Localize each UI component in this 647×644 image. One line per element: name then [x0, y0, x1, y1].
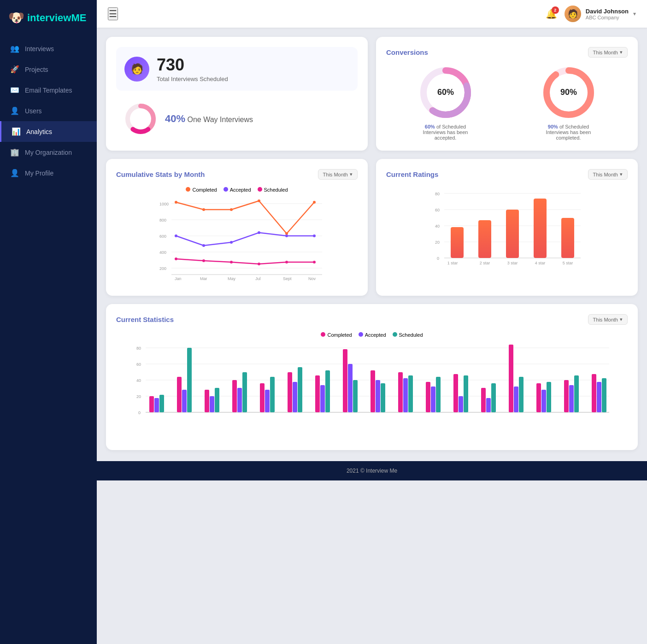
header-right: 🔔 2 🧑 David Johnson ABC Company ▾ [546, 6, 636, 22]
svg-point-29 [230, 208, 233, 211]
ratings-header: Current Ratings This Month ▾ [386, 169, 628, 180]
svg-rect-100 [376, 380, 380, 412]
svg-text:800: 800 [159, 218, 166, 222]
sidebar-item-label: My Profile [25, 170, 53, 177]
svg-text:80: 80 [136, 346, 141, 351]
svg-text:2 star: 2 star [480, 261, 490, 265]
sidebar-item-analytics[interactable]: 📊 Analytics [0, 121, 97, 142]
sidebar-item-my-profile[interactable]: 👤 My Profile [0, 163, 97, 183]
users-icon: 👤 [10, 106, 19, 115]
conversions-card: Conversions This Month ▾ 60% [376, 37, 638, 151]
svg-rect-121 [569, 385, 574, 412]
svg-text:Jul: Jul [255, 276, 261, 281]
svg-rect-82 [210, 396, 214, 412]
svg-point-44 [313, 261, 316, 263]
logo: 🐶 interviewME [0, 0, 97, 34]
svg-rect-59 [561, 218, 574, 258]
avatar: 🧑 [565, 6, 581, 22]
notification-badge: 2 [552, 6, 559, 14]
svg-rect-109 [459, 396, 463, 412]
current-stats-legend: Completed Accepted Scheduled [116, 332, 628, 338]
ratings-bar-chart: 80 60 40 20 0 [386, 187, 628, 279]
sidebar-item-projects[interactable]: 🚀 Projects [0, 59, 97, 80]
interviews-icon: 🧑 [124, 57, 149, 82]
nav-menu: 👥 Interviews 🚀 Projects ✉️ Email Templat… [0, 34, 97, 644]
stats-text: 730 Total Interviews Scheduled [157, 55, 228, 82]
conversions-month-dropdown[interactable]: This Month ▾ [588, 47, 628, 58]
conversions-row: 60% 60% of Scheduled Interviews has been… [386, 65, 628, 141]
cumulative-month-dropdown[interactable]: This Month ▾ [318, 169, 358, 180]
svg-text:Mar: Mar [200, 276, 207, 281]
ratings-month-dropdown[interactable]: This Month ▾ [588, 169, 628, 180]
svg-text:0: 0 [437, 256, 439, 261]
svg-text:20: 20 [136, 394, 141, 399]
svg-point-28 [202, 208, 205, 211]
user-menu[interactable]: 🧑 David Johnson ABC Company ▾ [565, 6, 636, 22]
svg-rect-85 [237, 388, 242, 412]
svg-rect-103 [403, 378, 408, 412]
svg-text:1 star: 1 star [447, 261, 458, 265]
notification-button[interactable]: 🔔 2 [546, 8, 557, 19]
svg-text:200: 200 [159, 266, 166, 271]
svg-rect-57 [506, 210, 519, 258]
svg-rect-80 [187, 348, 192, 412]
header: ☰ 🔔 2 🧑 David Johnson ABC Company ▾ [97, 0, 647, 28]
svg-text:3 star: 3 star [507, 261, 518, 265]
cumulative-line-chart: 1000 800 600 400 200 Jan Mar May [116, 196, 358, 284]
conversion-item-90: 90% 90% of Scheduled Interviews has been… [541, 65, 596, 141]
svg-rect-83 [215, 388, 219, 412]
svg-rect-124 [597, 382, 601, 412]
svg-text:90%: 90% [560, 88, 576, 97]
user-company: ABC Company [586, 15, 629, 20]
user-details: David Johnson ABC Company [586, 8, 629, 20]
svg-text:Nov: Nov [308, 276, 316, 281]
hamburger-button[interactable]: ☰ [108, 7, 118, 20]
conversion-desc-60: 60% of Scheduled Interviews has been acc… [418, 124, 473, 141]
total-label: Total Interviews Scheduled [157, 76, 228, 82]
current-stats-month-dropdown[interactable]: This Month ▾ [588, 314, 628, 325]
svg-rect-113 [491, 383, 496, 412]
svg-rect-94 [320, 385, 325, 412]
cumulative-header: Cumulative Stats by Month This Month ▾ [116, 169, 358, 180]
svg-rect-98 [353, 380, 358, 412]
svg-text:60: 60 [136, 362, 141, 367]
sidebar-item-label: Interviews [25, 45, 54, 53]
conversions-header: Conversions This Month ▾ [386, 47, 628, 58]
svg-text:80: 80 [435, 192, 440, 196]
oneway-label: One Way Interviews [188, 116, 253, 123]
svg-rect-75 [149, 396, 154, 412]
current-stats-header: Current Statistics This Month ▾ [116, 314, 628, 325]
svg-text:60%: 60% [437, 88, 453, 97]
cumulative-card: Cumulative Stats by Month This Month ▾ C… [106, 159, 368, 296]
projects-icon: 🚀 [10, 65, 19, 74]
sidebar-item-label: My Organization [25, 149, 72, 156]
conversion-item-60: 60% 60% of Scheduled Interviews has been… [418, 65, 473, 141]
svg-point-34 [202, 244, 205, 247]
chevron-down-icon: ▾ [633, 11, 636, 17]
svg-rect-118 [541, 390, 546, 412]
sidebar-item-my-organization[interactable]: 🏢 My Organization [0, 142, 97, 163]
footer-text: 2021 © Interview Me [347, 468, 397, 474]
svg-point-36 [258, 231, 260, 234]
svg-point-33 [175, 234, 177, 237]
svg-rect-122 [574, 375, 579, 412]
svg-rect-77 [159, 395, 164, 412]
donut-90: 90% [541, 65, 596, 120]
svg-text:4 star: 4 star [535, 261, 546, 265]
legend-scheduled: Scheduled [258, 187, 288, 193]
svg-text:400: 400 [159, 250, 166, 255]
user-name: David Johnson [586, 8, 629, 15]
svg-text:Jan: Jan [175, 276, 182, 281]
svg-rect-96 [343, 349, 347, 412]
svg-point-35 [230, 241, 233, 244]
current-stats-card: Current Statistics This Month ▾ Complete… [106, 304, 638, 450]
sidebar-item-email-templates[interactable]: ✉️ Email Templates [0, 80, 97, 100]
sidebar-item-users[interactable]: 👤 Users [0, 100, 97, 121]
donut-60: 60% [418, 65, 473, 120]
svg-rect-89 [270, 377, 275, 412]
main-footer: 2021 © Interview Me [97, 461, 647, 480]
sidebar-item-interviews[interactable]: 👥 Interviews [0, 38, 97, 59]
interviews-icon: 👥 [10, 44, 19, 53]
svg-text:60: 60 [435, 208, 440, 212]
stats-card: 🧑 730 Total Interviews Scheduled 40% [106, 37, 368, 151]
